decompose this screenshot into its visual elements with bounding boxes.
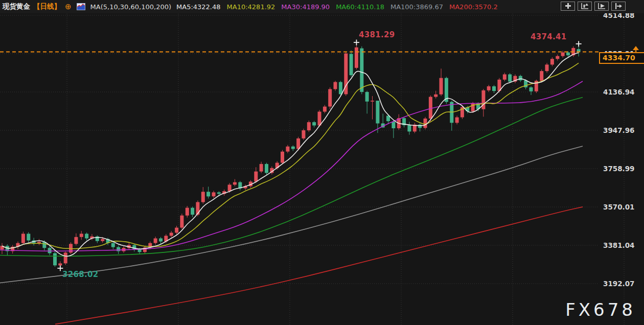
- candle: [503, 73, 507, 81]
- candle: [90, 234, 94, 240]
- ma-line-ma5: [2, 53, 579, 256]
- candle: [445, 77, 448, 104]
- candle: [16, 242, 20, 249]
- ma-indicator-label[interactable]: MA(5,10,30,60,100,200): [90, 3, 171, 11]
- candle: [519, 75, 522, 82]
- candle: [238, 181, 242, 190]
- candle: [413, 123, 417, 133]
- symbol-title: 现货黄金: [3, 2, 30, 11]
- watermark-logo: FX678: [565, 299, 636, 320]
- ma-value-ma10: MA10:4281.92: [227, 3, 275, 11]
- candle: [11, 245, 14, 254]
- candle: [535, 80, 538, 93]
- go-to-latest-button[interactable]: [611, 2, 626, 11]
- annotation-high-peak: 4381.29: [359, 30, 395, 39]
- candle: [302, 129, 305, 140]
- chart-type-icon[interactable]: [77, 3, 85, 10]
- ma-line-ma10: [2, 63, 579, 248]
- candle: [355, 42, 358, 69]
- candle: [53, 251, 57, 267]
- play-forward-icon: [597, 3, 606, 10]
- add-indicator-icon[interactable]: ⊕: [65, 3, 72, 11]
- candle: [556, 55, 559, 61]
- candle: [392, 121, 395, 138]
- candle: [206, 187, 210, 198]
- candle: [286, 145, 289, 153]
- candle: [85, 233, 88, 241]
- candle: [402, 117, 406, 128]
- y-axis-label: 3947.96: [603, 126, 635, 134]
- candle: [111, 242, 115, 249]
- price-up-arrow-icon[interactable]: [632, 44, 639, 54]
- candle: [545, 63, 549, 73]
- candle: [323, 105, 327, 113]
- y-axis-label: 3381.04: [603, 241, 635, 249]
- ma-value-ma200: MA200:3570.2: [449, 3, 498, 11]
- candle: [350, 51, 353, 77]
- trading-chart-screen: 4514.884325.914136.943947.963758.993570.…: [0, 0, 644, 325]
- candle: [21, 231, 25, 244]
- candle: [143, 246, 147, 253]
- y-axis-label: 3758.99: [603, 165, 635, 173]
- candle: [180, 214, 183, 229]
- candle: [424, 117, 427, 130]
- chart-header: 现货黄金 【日线】 ⊕ MA(5,10,30,60,100,200) MA5:4…: [0, 0, 644, 13]
- candle: [233, 179, 237, 187]
- candle: [1, 243, 4, 254]
- ma-value-ma60: MA60:4110.18: [336, 3, 384, 11]
- ma-value-ma100: MA100:3869.67: [390, 3, 443, 11]
- candle: [371, 96, 374, 120]
- candle: [74, 234, 78, 246]
- candle: [80, 231, 83, 240]
- candle: [265, 163, 268, 175]
- candle: [127, 243, 131, 250]
- annotation-high-recent: 4374.41: [531, 32, 566, 41]
- y-axis-label: 3192.07: [603, 280, 635, 288]
- ma-value-ma30: MA30:4189.90: [281, 3, 330, 11]
- candle: [455, 115, 459, 124]
- pan-button[interactable]: [561, 2, 575, 11]
- candle: [37, 239, 41, 245]
- candle: [48, 246, 52, 255]
- candle: [260, 162, 263, 173]
- candle: [212, 191, 216, 198]
- candle: [154, 237, 157, 245]
- ma-value-ma5: MA5:4322.48: [176, 3, 221, 11]
- candle: [96, 236, 99, 243]
- candle: [434, 91, 438, 99]
- candle: [64, 251, 67, 265]
- y-axis-label: 3570.01: [603, 203, 635, 211]
- candle: [307, 121, 311, 132]
- candle: [530, 86, 533, 95]
- candle: [397, 114, 401, 130]
- chart-toolbar: [561, 2, 626, 11]
- period-label[interactable]: 【日线】: [33, 2, 61, 11]
- auto-scale-icon: [581, 3, 589, 10]
- pan-icon: [564, 3, 572, 10]
- ma-values-legend: MA5:4322.48MA10:4281.92MA30:4189.90MA60:…: [176, 3, 498, 11]
- candle: [407, 122, 411, 134]
- candle: [291, 145, 295, 151]
- extreme-cross-marker: [354, 40, 359, 45]
- candle: [27, 232, 30, 243]
- candle: [328, 87, 332, 109]
- extreme-cross-marker: [576, 41, 582, 47]
- auto-scale-button[interactable]: [578, 2, 592, 11]
- candle: [191, 206, 194, 217]
- candle: [170, 231, 173, 238]
- candle: [487, 85, 491, 92]
- candle: [312, 121, 316, 128]
- candle: [513, 75, 517, 83]
- candle: [365, 91, 369, 114]
- candle: [159, 237, 163, 244]
- annotation-low: 3268.02: [62, 270, 98, 279]
- play-forward-button[interactable]: [594, 2, 609, 11]
- candle: [344, 52, 348, 96]
- candle: [175, 226, 178, 235]
- candle: [281, 150, 284, 165]
- candle: [550, 57, 554, 66]
- go-to-latest-icon: [614, 3, 623, 10]
- y-axis-label: 4136.94: [603, 88, 635, 96]
- candle: [440, 68, 443, 96]
- candle: [186, 206, 189, 218]
